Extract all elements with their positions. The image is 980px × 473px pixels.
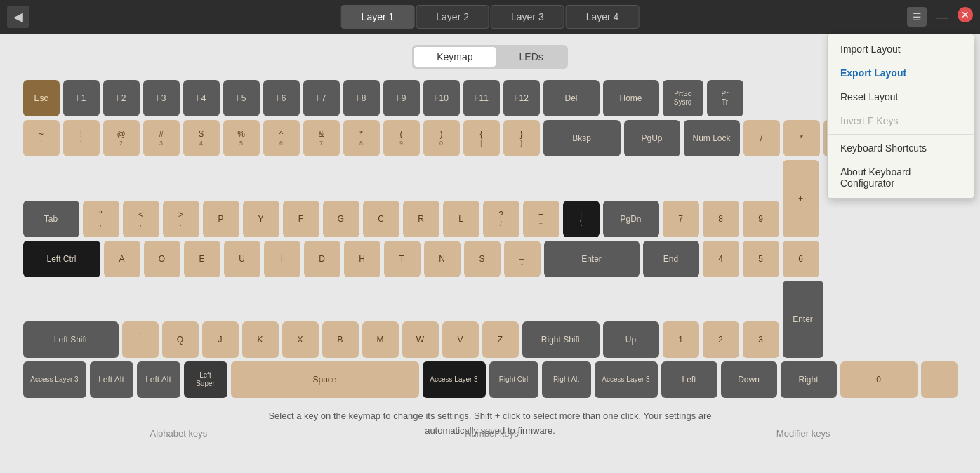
key-num1[interactable]: 1 <box>663 321 699 358</box>
key-access-layer-3-right[interactable]: Access Layer 3 <box>595 361 658 398</box>
key-leftshift[interactable]: Left Shift <box>23 321 119 358</box>
key-e[interactable]: >. <box>163 201 199 237</box>
key-esc[interactable]: Esc <box>23 80 60 116</box>
key-prtsc[interactable]: PrtScSysrq <box>663 80 703 116</box>
key-num5[interactable]: 5 <box>743 241 779 277</box>
key-o[interactable]: R <box>403 201 439 237</box>
key-j[interactable]: J <box>202 321 239 358</box>
key-backslash[interactable]: |\ <box>563 201 600 237</box>
key-9[interactable]: (9 <box>383 120 420 156</box>
layer-tab-4[interactable]: Layer 4 <box>566 5 640 29</box>
key-0[interactable]: )0 <box>423 120 460 156</box>
key-rightalt[interactable]: Right Alt <box>542 361 591 398</box>
key-r[interactable]: P <box>203 201 239 237</box>
key-space[interactable]: Space <box>231 361 419 398</box>
key-u[interactable]: G <box>323 201 359 237</box>
key-q-key[interactable]: Q <box>162 321 199 358</box>
layer-tab-1[interactable]: Layer 1 <box>341 5 415 29</box>
key-o-key[interactable]: O <box>144 241 180 277</box>
key-home[interactable]: Home <box>603 80 659 116</box>
key-y[interactable]: F <box>283 201 319 237</box>
key-leftalt2[interactable]: Left Alt <box>137 361 180 398</box>
key-6[interactable]: ^6 <box>263 120 300 156</box>
key-q[interactable]: ", <box>83 201 119 237</box>
key-h[interactable]: H <box>344 241 380 277</box>
key-num9[interactable]: 9 <box>743 201 779 237</box>
key-w[interactable]: <, <box>123 201 159 237</box>
key-up[interactable]: Up <box>603 321 659 358</box>
key-semicolon[interactable]: :; <box>122 321 159 358</box>
back-button[interactable]: ◀ <box>7 6 29 28</box>
key-num8[interactable]: 8 <box>703 201 739 237</box>
key-left[interactable]: Left <box>661 361 717 398</box>
menu-button[interactable]: ☰ <box>907 7 927 27</box>
key-numlock[interactable]: Num Lock <box>684 120 740 156</box>
key-pgdn[interactable]: PgDn <box>603 201 659 237</box>
minimize-button[interactable]: — <box>932 7 952 27</box>
key-b[interactable]: B <box>322 321 359 358</box>
key-f12[interactable]: F12 <box>503 80 540 116</box>
reset-layout-item[interactable]: Reset Layout <box>828 85 974 109</box>
key-z[interactable]: Z <box>482 321 519 358</box>
key-backspace[interactable]: Bksp <box>543 120 621 156</box>
key-rightctrl[interactable]: Right Ctrl <box>489 361 538 398</box>
key-tab[interactable]: Tab <box>23 201 79 237</box>
key-e-key[interactable]: E <box>184 241 220 277</box>
leds-toggle[interactable]: LEDs <box>497 47 566 67</box>
key-m[interactable]: M <box>362 321 399 358</box>
about-item[interactable]: About Keyboard Configurator <box>828 160 974 195</box>
layer-tab-3[interactable]: Layer 3 <box>491 5 564 29</box>
key-f7[interactable]: F7 <box>303 80 340 116</box>
key-num4[interactable]: 4 <box>703 241 739 277</box>
key-access-layer-3-left[interactable]: Access Layer 3 <box>23 361 86 398</box>
key-f2[interactable]: F2 <box>103 80 140 116</box>
key-lbracket[interactable]: ?/ <box>483 201 519 237</box>
key-right[interactable]: Right <box>781 361 837 398</box>
key-w-key[interactable]: W <box>402 321 439 358</box>
key-numstar[interactable]: * <box>783 120 820 156</box>
key-minus[interactable]: {[ <box>463 120 500 156</box>
key-f10[interactable]: F10 <box>423 80 460 116</box>
key-x[interactable]: X <box>282 321 319 358</box>
key-equals[interactable]: }] <box>503 120 540 156</box>
key-leftalt1[interactable]: Left Alt <box>90 361 133 398</box>
layer-tab-2[interactable]: Layer 2 <box>416 5 489 29</box>
key-f6[interactable]: F6 <box>263 80 300 116</box>
key-rightshift[interactable]: Right Shift <box>522 321 600 358</box>
key-f4[interactable]: F4 <box>183 80 220 116</box>
key-pgup[interactable]: PgUp <box>624 120 680 156</box>
key-rbracket[interactable]: += <box>523 201 559 237</box>
key-f3[interactable]: F3 <box>143 80 180 116</box>
key-u-key[interactable]: U <box>224 241 260 277</box>
key-num6[interactable]: 6 <box>783 241 819 277</box>
key-num2[interactable]: 2 <box>703 321 739 358</box>
key-end[interactable]: End <box>643 241 699 277</box>
key-enter[interactable]: Enter <box>544 241 640 277</box>
key-7[interactable]: &7 <box>303 120 340 156</box>
key-del[interactable]: Del <box>543 80 600 116</box>
key-5[interactable]: %5 <box>223 120 260 156</box>
key-f9[interactable]: F9 <box>383 80 420 116</box>
export-layout-item[interactable]: Export Layout <box>828 61 974 85</box>
key-t-key[interactable]: T <box>384 241 421 277</box>
key-2[interactable]: @2 <box>103 120 140 156</box>
key-down[interactable]: Down <box>721 361 777 398</box>
keyboard-shortcuts-item[interactable]: Keyboard Shortcuts <box>828 136 974 160</box>
keymap-toggle[interactable]: Keymap <box>414 47 495 67</box>
key-n[interactable]: N <box>424 241 461 277</box>
key-num0[interactable]: 0 <box>840 361 918 398</box>
key-pause[interactable]: PrTr <box>707 80 743 116</box>
import-layout-item[interactable]: Import Layout <box>828 37 974 61</box>
key-v[interactable]: V <box>442 321 479 358</box>
key-4[interactable]: $4 <box>183 120 220 156</box>
key-leftctrl[interactable]: Left Ctrl <box>23 241 100 277</box>
close-button[interactable]: ✕ <box>958 7 973 22</box>
key-f11[interactable]: F11 <box>463 80 500 116</box>
key-t[interactable]: Y <box>243 201 279 237</box>
key-dash[interactable]: _- <box>504 241 541 277</box>
key-numenter[interactable]: Enter <box>783 281 823 358</box>
key-a[interactable]: A <box>104 241 140 277</box>
key-leftsuper[interactable]: LeftSuper <box>184 361 227 398</box>
key-f8[interactable]: F8 <box>343 80 380 116</box>
key-d[interactable]: D <box>304 241 340 277</box>
